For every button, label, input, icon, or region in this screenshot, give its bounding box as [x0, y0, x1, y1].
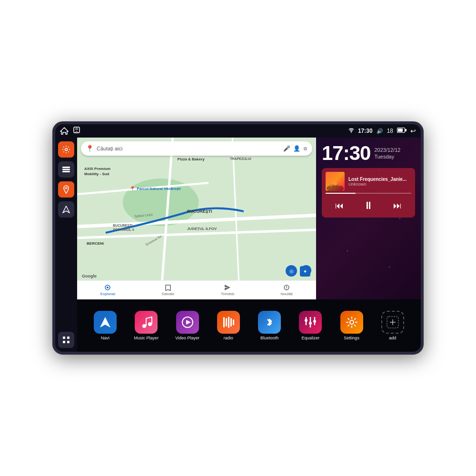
account-icon[interactable]: 👤: [293, 145, 300, 152]
app-navi-icon: [94, 311, 117, 334]
music-artist: Unknown: [348, 182, 411, 187]
map-nav-explore-label: Explorați: [100, 292, 115, 296]
svg-rect-9: [62, 169, 70, 170]
music-progress-bar[interactable]: [326, 193, 411, 194]
search-input-text[interactable]: Căutați aici: [97, 146, 280, 151]
clock-date: 2023/12/12: [374, 147, 400, 153]
right-panel: 17:30 2023/12/12 Tuesday: [316, 138, 421, 299]
map-nav-saved-label: Salvate: [162, 292, 175, 296]
svg-point-34: [142, 324, 146, 328]
svg-point-7: [65, 149, 68, 151]
map-panel[interactable]: AXIS PremiumMobility - Sud Pizza & Baker…: [77, 138, 316, 299]
music-info: Lost Frequencies_Janie... Unknown: [326, 172, 411, 191]
app-equalizer[interactable]: Equalizer: [296, 311, 325, 340]
map-background: AXIS PremiumMobility - Sud Pizza & Baker…: [77, 138, 316, 299]
sidebar-settings-btn[interactable]: [58, 141, 74, 158]
app-radio[interactable]: radio: [214, 311, 243, 340]
battery-level: 18: [387, 128, 393, 134]
status-left-icons: [60, 127, 80, 135]
back-icon[interactable]: ↩: [410, 127, 416, 135]
svg-rect-8: [62, 167, 70, 168]
sidebar-navi-btn[interactable]: [58, 201, 74, 218]
app-navi-label: Navi: [101, 336, 109, 340]
app-eq-label: Equalizer: [302, 336, 320, 340]
mic-icon[interactable]: 🎤: [283, 145, 290, 152]
next-btn[interactable]: ⏭: [393, 201, 402, 211]
sidebar-maps-btn[interactable]: [58, 181, 74, 198]
svg-point-52: [350, 320, 354, 324]
map-nav-news[interactable]: Noutăți: [281, 284, 293, 296]
svg-rect-38: [223, 317, 225, 327]
svg-rect-14: [67, 337, 69, 339]
settings-icon-map[interactable]: ⚙: [303, 146, 307, 151]
svg-rect-41: [230, 318, 232, 327]
svg-point-44: [305, 319, 307, 322]
map-nav-send[interactable]: Trimiteți: [221, 284, 234, 296]
svg-point-27: [287, 288, 288, 289]
app-bluetooth-label: Bluetooth: [260, 336, 278, 340]
app-music-icon: [135, 311, 158, 334]
map-label-sector4: BUCUREȘTISECTORUL 4: [113, 223, 134, 232]
app-settings-label: Settings: [344, 336, 359, 340]
music-section: Lost Frequencies_Janie... Unknown ⏮ ⏸ ⏭: [322, 168, 415, 218]
pause-btn[interactable]: ⏸: [363, 199, 374, 212]
svg-point-32: [337, 183, 340, 186]
left-sidebar: [55, 138, 77, 352]
app-navi[interactable]: Navi: [91, 311, 119, 340]
map-label-ilfov: JUDEȚUL ILFOV: [187, 227, 217, 231]
app-video-player[interactable]: Video Player: [173, 311, 202, 340]
map-label-trapez: TRAPEZULUI: [230, 157, 251, 160]
app-add-icon: [381, 311, 404, 334]
map-roads-svg: [77, 138, 316, 299]
svg-point-47: [309, 322, 312, 325]
svg-point-31: [333, 182, 337, 186]
nav-location-icon[interactable]: [73, 127, 80, 135]
location-btn[interactable]: ◎: [286, 265, 297, 277]
google-maps-pin: 📍: [86, 145, 94, 152]
map-label-berceni: BERCENI: [87, 241, 104, 246]
app-bluetooth-icon: [258, 311, 281, 334]
map-nav-saved[interactable]: Salvate: [162, 284, 175, 296]
sidebar-apps-btn[interactable]: [58, 332, 74, 348]
app-add[interactable]: add: [378, 311, 407, 340]
prev-btn[interactable]: ⏮: [335, 201, 344, 211]
music-controls: ⏮ ⏸ ⏭: [326, 198, 411, 214]
map-bottom-nav: Explorați Salvate Trimiteți: [77, 280, 316, 299]
svg-point-3: [351, 132, 352, 133]
app-music-player[interactable]: Music Player: [132, 311, 160, 340]
content-panels: AXIS PremiumMobility - Sud Pizza & Baker…: [77, 138, 421, 352]
svg-rect-40: [228, 317, 229, 328]
status-bar: 17:30 🔊 18 ↩: [55, 124, 421, 138]
svg-point-24: [107, 287, 109, 288]
sidebar-files-btn[interactable]: [58, 161, 74, 178]
svg-point-2: [76, 128, 78, 130]
music-details: Lost Frequencies_Janie... Unknown: [348, 177, 411, 187]
battery-icon: [397, 128, 407, 134]
top-panels: AXIS PremiumMobility - Sud Pizza & Baker…: [77, 138, 421, 299]
svg-point-35: [148, 322, 152, 326]
status-time: 17:30: [358, 128, 373, 134]
svg-marker-12: [63, 206, 69, 213]
map-nav-explore[interactable]: Explorați: [100, 284, 115, 296]
clock-time: 17:30: [322, 143, 370, 163]
status-right-icons: 17:30 🔊 18 ↩: [348, 127, 416, 135]
wifi-icon: [348, 128, 354, 134]
svg-rect-15: [63, 341, 65, 343]
map-nav-news-label: Noutăți: [281, 292, 293, 296]
app-settings[interactable]: Settings: [337, 311, 366, 340]
home-icon[interactable]: [60, 127, 69, 135]
music-title: Lost Frequencies_Janie...: [348, 177, 411, 182]
clock-section: 17:30 2023/12/12 Tuesday: [322, 143, 415, 163]
map-label-park: 📍 Parcul Natural Văcărești: [129, 186, 180, 191]
svg-point-11: [65, 187, 67, 189]
star-btn[interactable]: ★: [300, 266, 310, 277]
music-progress-fill: [326, 193, 356, 194]
clock-day: Tuesday: [374, 154, 400, 159]
app-video-label: Video Player: [175, 336, 199, 340]
svg-marker-33: [100, 317, 110, 327]
google-logo: Google: [82, 274, 97, 278]
svg-rect-16: [67, 341, 69, 343]
app-eq-icon: [299, 311, 322, 334]
app-bluetooth[interactable]: Bluetooth: [255, 311, 284, 340]
map-search-bar[interactable]: 📍 Căutați aici 🎤 👤 ⚙: [81, 141, 312, 156]
